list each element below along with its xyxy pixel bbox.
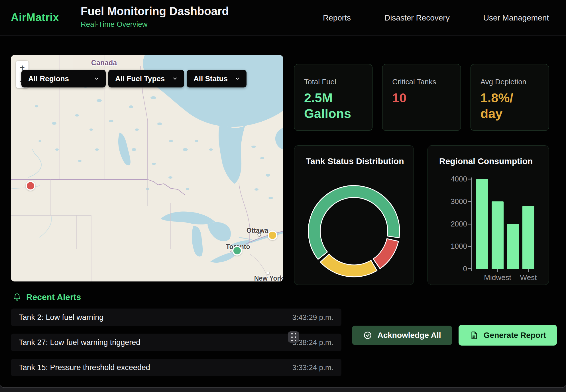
bar-region-1 — [476, 179, 488, 269]
nav-item-disaster-recovery[interactable]: Disaster Recovery — [384, 13, 450, 23]
city-dot-square — [267, 272, 270, 275]
alerts-title: Recent Alerts — [26, 292, 81, 302]
filter-label: All Status — [194, 74, 228, 83]
stat-card-critical-tanks: Critical Tanks10 — [382, 64, 461, 131]
y-tick-mark — [468, 179, 471, 179]
stats-row: Total Fuel2.5M GallonsCritical Tanks10Av… — [294, 64, 549, 131]
tank-status-panel: Tank Status Distribution — [294, 145, 414, 285]
map-panel[interactable]: CanadaOttawaTorontoNew York + − All Regi… — [11, 55, 283, 281]
alert-timestamp: 3:43:29 p.m. — [292, 313, 333, 322]
city-dot-ring — [258, 233, 261, 237]
tank-status-title: Tank Status Distribution — [306, 156, 404, 166]
tank-marker-normal[interactable] — [232, 246, 242, 256]
regional-consumption-panel: Regional Consumption 40003000200010000Mi… — [427, 145, 549, 285]
bar-midwest — [492, 201, 504, 269]
bar-west — [522, 206, 534, 269]
chevron-down-icon — [93, 75, 100, 82]
title-block: Fuel Monitoring Dashboard Real-Time Over… — [81, 5, 229, 29]
generate-report-button[interactable]: Generate Report — [459, 325, 557, 346]
map-filters: All RegionsAll Fuel TypesAll Status — [21, 70, 247, 87]
x-tick-mark — [528, 269, 529, 272]
drag-handle-dot — [291, 340, 293, 341]
donut-segment-critical — [373, 239, 399, 269]
stat-value: 1.8%/ day — [481, 90, 539, 122]
y-tick-label: 3000 — [436, 197, 467, 206]
y-tick-label: 2000 — [436, 220, 467, 228]
y-tick-mark — [468, 246, 471, 247]
page-title: Fuel Monitoring Dashboard — [81, 5, 229, 18]
top-bar: AirMatrix Fuel Monitoring Dashboard Real… — [0, 0, 566, 36]
app-logo: AirMatrix — [11, 11, 59, 24]
y-tick-label: 4000 — [436, 175, 467, 183]
alerts-list: Tank 2: Low fuel warning3:43:29 p.m.Tank… — [11, 309, 341, 384]
tank-marker-critical[interactable] — [26, 181, 35, 191]
stat-label: Total Fuel — [304, 77, 363, 86]
tank-marker-warning[interactable] — [268, 230, 277, 240]
nav-item-user-management[interactable]: User Management — [483, 13, 549, 23]
regional-consumption-title: Regional Consumption — [439, 156, 533, 166]
alert-message: Tank 15: Pressure threshold exceeded — [19, 363, 150, 372]
filter-all-regions[interactable]: All Regions — [21, 70, 106, 87]
chevron-down-icon — [172, 75, 178, 82]
drag-handle-dot — [291, 333, 293, 334]
map-artwork — [11, 55, 283, 281]
bar-region-3 — [507, 224, 519, 269]
stat-card-total-fuel: Total Fuel2.5M Gallons — [294, 64, 372, 131]
drag-handle-dot — [295, 340, 296, 341]
generate-report-label: Generate Report — [484, 331, 546, 340]
alert-row[interactable]: Tank 15: Pressure threshold exceeded3:33… — [11, 359, 341, 376]
donut-segment-warning — [320, 254, 377, 277]
stat-label: Avg Depletion — [481, 77, 539, 86]
drag-handle-dot — [291, 336, 293, 338]
alert-row[interactable]: Tank 2: Low fuel warning3:43:29 p.m. — [11, 309, 341, 326]
stat-card-avg-depletion: Avg Depletion1.8%/ day — [471, 64, 549, 131]
filter-label: All Regions — [28, 74, 69, 83]
bell-icon — [13, 293, 22, 302]
x-tick-mark — [497, 269, 498, 272]
alert-timestamp: 3:33:24 p.m. — [292, 363, 333, 372]
charts-row: Tank Status Distribution Regional Consum… — [294, 145, 549, 285]
stat-value: 10 — [392, 90, 451, 106]
filter-all-status[interactable]: All Status — [187, 70, 247, 87]
stat-value: 2.5M Gallons — [304, 90, 363, 122]
report-document-icon — [469, 331, 479, 340]
x-tick-label-west: West — [520, 273, 537, 282]
y-tick-mark — [468, 224, 471, 224]
y-tick-mark — [468, 268, 471, 269]
app-root: AirMatrix Fuel Monitoring Dashboard Real… — [0, 0, 566, 388]
page-subtitle: Real-Time Overview — [81, 20, 229, 29]
nav-item-reports[interactable]: Reports — [323, 13, 351, 23]
y-tick-mark — [468, 201, 471, 202]
filter-label: All Fuel Types — [115, 74, 165, 83]
acknowledge-all-button[interactable]: Acknowledge All — [352, 326, 452, 345]
stat-label: Critical Tanks — [392, 77, 451, 86]
y-tick-label: 1000 — [436, 242, 467, 251]
filter-all-fuel-types[interactable]: All Fuel Types — [108, 70, 184, 87]
main-nav: ReportsDisaster RecoveryUser Management — [323, 0, 549, 36]
x-tick-label-midwest: Midwest — [484, 273, 511, 282]
check-circle-icon — [363, 331, 372, 340]
chevron-down-icon — [234, 75, 241, 82]
drag-handle-dot — [295, 333, 296, 334]
tank-status-donut-chart — [294, 146, 414, 285]
y-tick-label: 0 — [436, 264, 467, 273]
drag-handle-dot — [295, 336, 296, 338]
bar-chart-y-axis — [471, 177, 472, 271]
alert-message: Tank 2: Low fuel warning — [19, 313, 103, 322]
alert-message: Tank 27: Low fuel warning triggered — [19, 338, 140, 347]
map-drag-handle[interactable] — [288, 331, 299, 343]
acknowledge-all-label: Acknowledge All — [377, 331, 441, 340]
alerts-header: Recent Alerts — [13, 292, 81, 302]
